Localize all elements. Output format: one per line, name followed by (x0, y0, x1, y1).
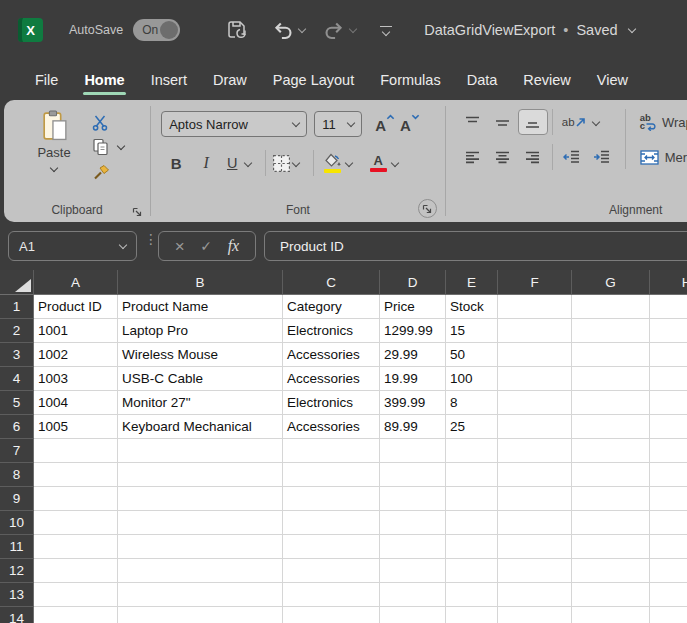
cell-C6[interactable]: Accessories (283, 415, 380, 439)
decrease-indent-button[interactable] (557, 150, 587, 164)
orientation-button[interactable]: ab (557, 116, 591, 128)
cell-G7[interactable] (572, 439, 650, 463)
enter-icon[interactable]: ✓ (200, 238, 212, 254)
cell-B7[interactable] (118, 439, 283, 463)
row-header-13[interactable]: 13 (0, 583, 34, 607)
column-header-E[interactable]: E (446, 270, 498, 295)
cell-H8[interactable] (650, 463, 687, 487)
cell-F2[interactable] (498, 319, 572, 343)
cell-C4[interactable]: Accessories (283, 367, 380, 391)
cell-A6[interactable]: 1005 (34, 415, 118, 439)
align-center-button[interactable] (488, 150, 518, 165)
increase-font-size-button[interactable]: A (375, 117, 386, 134)
column-header-G[interactable]: G (572, 270, 650, 295)
cell-H14[interactable] (650, 607, 687, 623)
column-header-B[interactable]: B (118, 270, 283, 295)
paste-button[interactable]: Paste (22, 109, 86, 181)
cell-D9[interactable] (380, 487, 446, 511)
copy-icon[interactable] (92, 138, 109, 156)
row-header-14[interactable]: 14 (0, 607, 34, 623)
cell-E7[interactable] (446, 439, 498, 463)
row-header-12[interactable]: 12 (0, 559, 34, 583)
cell-B8[interactable] (118, 463, 283, 487)
cell-A3[interactable]: 1002 (34, 343, 118, 367)
tab-insert[interactable]: Insert (138, 60, 200, 100)
cell-G14[interactable] (572, 607, 650, 623)
cell-H4[interactable] (650, 367, 687, 391)
cell-A12[interactable] (34, 559, 118, 583)
cell-A10[interactable] (34, 511, 118, 535)
font-color-dropdown-chevron-icon[interactable] (391, 159, 399, 167)
row-header-9[interactable]: 9 (0, 487, 34, 511)
cell-G3[interactable] (572, 343, 650, 367)
align-top-button[interactable] (458, 115, 488, 130)
cell-F6[interactable] (498, 415, 572, 439)
tab-review[interactable]: Review (510, 60, 584, 100)
cell-H12[interactable] (650, 559, 687, 583)
cell-E5[interactable]: 8 (446, 391, 498, 415)
cell-E4[interactable]: 100 (446, 367, 498, 391)
cell-H3[interactable] (650, 343, 687, 367)
format-painter-icon[interactable] (92, 164, 110, 181)
cell-D2[interactable]: 1299.99 (380, 319, 446, 343)
align-right-button[interactable] (518, 150, 548, 165)
cell-D7[interactable] (380, 439, 446, 463)
cell-C10[interactable] (283, 511, 380, 535)
cell-G1[interactable] (572, 295, 650, 319)
borders-icon[interactable] (272, 154, 291, 173)
cell-G2[interactable] (572, 319, 650, 343)
row-header-8[interactable]: 8 (0, 463, 34, 487)
cell-F5[interactable] (498, 391, 572, 415)
copy-dropdown-chevron-icon[interactable] (117, 142, 125, 150)
cell-B6[interactable]: Keyboard Mechanical (118, 415, 283, 439)
cell-D12[interactable] (380, 559, 446, 583)
cell-E9[interactable] (446, 487, 498, 511)
fill-color-button[interactable] (320, 153, 344, 173)
cell-H5[interactable] (650, 391, 687, 415)
cell-H10[interactable] (650, 511, 687, 535)
cell-D10[interactable] (380, 511, 446, 535)
row-header-10[interactable]: 10 (0, 511, 34, 535)
cell-C12[interactable] (283, 559, 380, 583)
decrease-font-size-button[interactable]: A (400, 117, 411, 134)
cell-E2[interactable]: 15 (446, 319, 498, 343)
undo-icon[interactable] (272, 19, 294, 41)
cell-A1[interactable]: Product ID (34, 295, 118, 319)
borders-dropdown-chevron-icon[interactable] (292, 159, 300, 167)
row-header-11[interactable]: 11 (0, 535, 34, 559)
cell-C7[interactable] (283, 439, 380, 463)
align-middle-button[interactable] (488, 115, 518, 130)
cell-F1[interactable] (498, 295, 572, 319)
cell-B3[interactable]: Wireless Mouse (118, 343, 283, 367)
cell-A13[interactable] (34, 583, 118, 607)
cell-B1[interactable]: Product Name (118, 295, 283, 319)
cell-A4[interactable]: 1003 (34, 367, 118, 391)
cell-G4[interactable] (572, 367, 650, 391)
cell-C2[interactable]: Electronics (283, 319, 380, 343)
row-header-3[interactable]: 3 (0, 343, 34, 367)
cell-B12[interactable] (118, 559, 283, 583)
clipboard-dialog-launcher-icon[interactable] (131, 206, 143, 218)
cell-D8[interactable] (380, 463, 446, 487)
cell-C3[interactable]: Accessories (283, 343, 380, 367)
row-header-1[interactable]: 1 (0, 295, 34, 319)
column-header-D[interactable]: D (380, 270, 446, 295)
cell-B10[interactable] (118, 511, 283, 535)
tab-page-layout[interactable]: Page Layout (260, 60, 367, 100)
cell-D5[interactable]: 399.99 (380, 391, 446, 415)
excel-logo-icon[interactable]: X (18, 18, 43, 42)
document-title-area[interactable]: DataGridViewExport • Saved (424, 22, 634, 38)
insert-function-icon[interactable]: fx (228, 237, 240, 255)
column-header-F[interactable]: F (498, 270, 572, 295)
save-icon[interactable] (226, 19, 248, 41)
cell-F8[interactable] (498, 463, 572, 487)
cell-F9[interactable] (498, 487, 572, 511)
font-size-combobox[interactable]: 11 (314, 111, 362, 137)
column-header-A[interactable]: A (34, 270, 118, 295)
cell-G9[interactable] (572, 487, 650, 511)
column-header-C[interactable]: C (283, 270, 380, 295)
cell-E12[interactable] (446, 559, 498, 583)
align-left-button[interactable] (458, 150, 488, 165)
tab-data[interactable]: Data (454, 60, 511, 100)
cell-E10[interactable] (446, 511, 498, 535)
